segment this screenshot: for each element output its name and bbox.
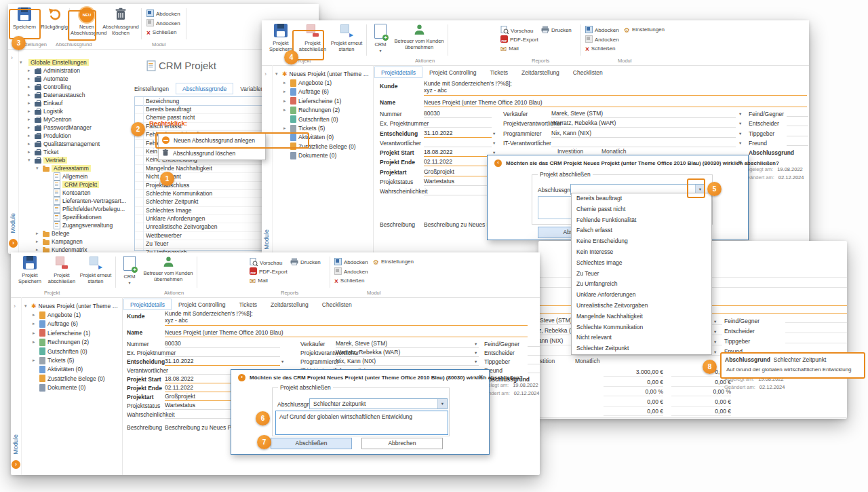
tree-item[interactable]: Lieferanten-Vertragsart... [20,197,134,205]
dropdown-arrow-icon[interactable]: ▾ [493,131,495,136]
dropdown-arrow-icon[interactable]: ▾ [739,131,741,136]
investition-value[interactable]: 3.000,00 € [604,368,663,377]
tree-expander[interactable]: ▸ [28,117,33,122]
tree-expander[interactable]: ▸ [28,92,33,98]
tree-expander[interactable]: ▸ [28,68,33,73]
tree-expander[interactable]: ▾ [28,157,33,163]
dialog-close-icon[interactable]: × [479,373,483,381]
dropdown-option[interactable]: Falsch erfasst [572,225,711,236]
tree-expander[interactable]: ▸ [28,100,33,106]
field-value[interactable]: 02.11.2022 [424,158,492,166]
tree-item[interactable]: ▾ Adressstamm [20,164,134,172]
tree-item[interactable]: Pflichtfelder/Vorbelegu... [20,205,134,213]
field-value[interactable]: Nix, Kann (NIX) [551,130,736,138]
tree-item[interactable]: ▸ Administration [20,67,134,75]
field-value[interactable]: Wartestatus [424,178,492,186]
investition-value[interactable]: 0,00 % [604,388,663,396]
field-value[interactable]: Großprojekt [424,168,492,176]
tree-item[interactable]: ▾ Vertrieb [20,156,134,164]
monatlich-value[interactable]: 0,00 % [671,388,731,396]
dropdown-arrow-icon[interactable]: ▾ [739,111,741,117]
kunde-value-1[interactable]: Kunde mit Sonderzeichen's !?%$]; [165,310,253,317]
dropdown-option[interactable]: Schlechter Zeitpunkt [572,343,711,354]
dropdown-arrow-icon[interactable]: ▾ [714,339,716,345]
tree-item[interactable]: ▸ Qualitätsmanagement [20,140,134,148]
tree-item[interactable]: Spezifikationen [20,213,134,221]
dropdown-arrow-icon[interactable]: ▾ [475,341,477,347]
dropdown-arrow-icon[interactable]: ▾ [714,319,716,324]
tree-expander[interactable]: ▸ [28,76,33,81]
field-value[interactable]: Warratz, Rebekka (WAR) [336,349,479,357]
tree-item[interactable]: ▸ Logistik [20,107,134,115]
tree-expander[interactable]: ▸ [28,141,33,147]
tree-expander[interactable]: ▸ [36,231,41,236]
dropdown-arrow-icon[interactable]: ▾ [739,121,741,126]
field-value[interactable]: Marek, Steve (STM) [551,110,736,118]
dropdown-option[interactable]: Kein Interesse [572,247,711,258]
dialog-cancel-button[interactable]: Abbrechen [361,438,443,449]
field-value[interactable]: Marek, Steve (STM) [336,340,479,348]
monatlich-value[interactable]: 0,00 € [671,379,731,387]
field-value[interactable]: 31.10.2022 [424,130,492,138]
dock-button[interactable]: Andocken [146,19,180,27]
tree-expander[interactable]: ▾ [36,166,41,171]
dropdown-arrow-icon[interactable]: ▾ [714,349,716,355]
name-value[interactable]: Neues Projekt (unter Theme Office 2010 B… [424,99,542,106]
tree-expander[interactable]: ▸ [28,109,33,114]
tree-expander[interactable]: ▸ [28,149,33,155]
dialog-ok-button[interactable]: Abschließen [271,438,352,449]
close-module-button[interactable]: ×Schließen [146,29,176,37]
tab[interactable]: Einstellungen [127,83,176,94]
dropdown-option[interactable]: Nicht relevant [572,333,711,343]
dropdown-option[interactable]: Unklare Anforderungen [572,290,711,301]
dropdown-option[interactable]: Schlechtes Image [572,258,711,269]
tree-item[interactable]: Zugangsverwaltung [20,221,134,229]
field-value[interactable] [424,139,492,147]
field-value[interactable]: Nix, Kann (NIX) [336,358,479,366]
delete-reason-button[interactable]: Abschlussgrund löschen [102,7,140,36]
reason-note-input[interactable]: Auf Grund der globalen wirtschaftlichen … [275,411,448,435]
tree-expander[interactable]: ▸ [28,84,33,90]
tree-item[interactable]: ▾ Globale Einstellungen [20,58,134,67]
dropdown-option[interactable]: Fehlende Funktionalität [572,215,711,226]
combo-dropdown-icon[interactable]: ▾ [437,399,447,409]
field-value[interactable]: 80030 [424,110,492,118]
dropdown-arrow-icon[interactable]: ▾ [714,329,716,335]
module-strip-icon[interactable]: › [9,239,18,248]
abschlussgrund-value[interactable]: Schlechter Zeitpunkt [774,356,826,363]
reason-combobox[interactable]: Schlechter Zeitpunkt ▾ [309,398,448,409]
dropdown-option[interactable]: Keine Entscheidung [572,236,711,247]
tree-item[interactable]: ▸ Produktion [20,132,134,140]
dropdown-arrow-icon[interactable]: ▾ [475,350,477,356]
field-value[interactable]: 80030 [165,340,280,348]
dropdown-option[interactable]: Zu Umfangreich [572,279,711,290]
tree-item[interactable]: ▸ PasswordManager [20,124,134,132]
undo-button[interactable]: Rückgängig [40,7,68,30]
tree-item[interactable]: Kontoarten [20,189,134,197]
dropdown-option[interactable]: Schlechte Kommunikation [572,322,711,333]
tree-item[interactable]: ▸ Kampagnen [20,238,134,246]
dropdown-arrow-icon[interactable]: ▾ [281,359,283,364]
verkaeufer-value-clipped[interactable]: Steve (STM) [540,317,572,324]
field-value[interactable]: 31.10.2022 [165,358,280,366]
tree-item[interactable]: ▸ MyCentron [20,115,134,124]
abschlussgrund-note[interactable]: Auf Grund der globalen wirtschaftlichen … [726,366,852,373]
field-value[interactable] [165,349,280,357]
kunde-value-2[interactable]: xyz - abc [424,87,447,94]
tree-item[interactable]: ▸ Belege [20,229,134,238]
dropdown-arrow-icon[interactable]: ▾ [739,140,741,146]
tree-expander[interactable]: ▸ [36,247,41,252]
tree-item[interactable]: ▸ Automate [20,75,134,83]
field-value[interactable] [424,187,492,195]
investition-value[interactable]: 0,00 € [604,408,663,416]
field-value[interactable] [424,119,492,128]
tree-collapse-chevron[interactable]: › [11,54,13,61]
tree-item[interactable]: ▸ Einkauf [20,99,134,107]
dropdown-option[interactable]: Zu Teuer [572,269,711,280]
dropdown-arrow-icon[interactable]: ▾ [493,140,495,146]
dropdown-arrow-icon[interactable]: ▾ [475,359,477,364]
tree-item[interactable]: ▸ Controlling [20,83,134,91]
tree-item[interactable]: CRM Projekt [20,181,134,189]
tree-expander[interactable]: ▸ [28,125,33,130]
field-value[interactable] [551,139,736,147]
